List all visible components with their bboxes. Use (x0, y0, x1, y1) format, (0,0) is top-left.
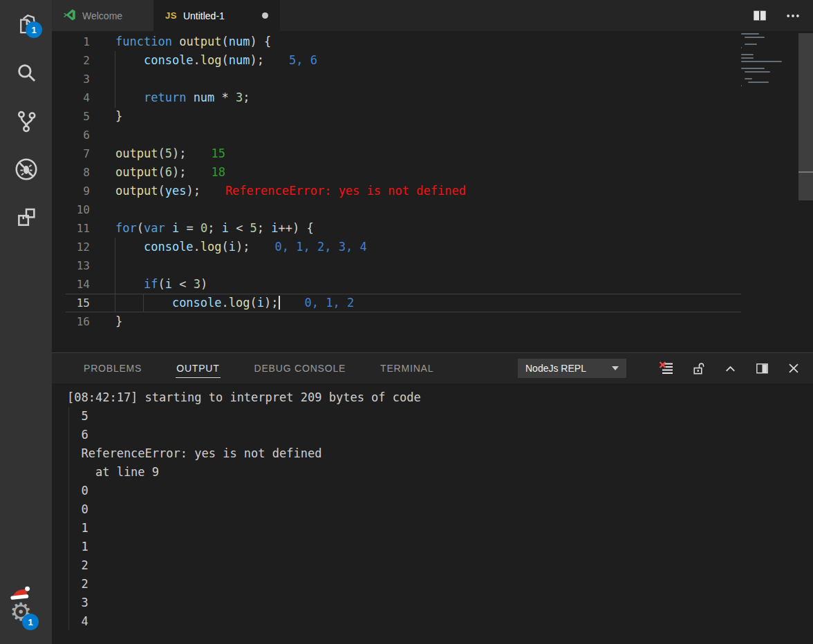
line-number: 7 (52, 144, 90, 163)
panel-tab-output[interactable]: OUTPUT (176, 359, 220, 378)
line-number: 13 (52, 256, 90, 275)
minimap-line (741, 85, 742, 86)
tab-welcome[interactable]: Welcome (52, 0, 154, 31)
code-line[interactable]: 4 return num * 3; (52, 88, 813, 107)
output-line: 5 (67, 407, 813, 426)
code-line[interactable]: 15 console.log(i);0, 1, 2 (52, 294, 813, 312)
explorer-badge: 1 (26, 21, 42, 38)
output-line: 1 (67, 538, 813, 556)
minimap-line (745, 37, 765, 38)
overview-ruler-mark (798, 171, 813, 173)
code-line[interactable]: 12 console.log(i);0, 1, 2, 3, 4 (52, 238, 813, 256)
code-text: output(yes);ReferenceError: yes is not d… (115, 184, 466, 198)
code-line[interactable]: 9output(yes);ReferenceError: yes is not … (52, 182, 813, 200)
code-line[interactable]: 5} (52, 107, 813, 126)
tab-bar: Welcome JS Untitled-1 (52, 0, 813, 31)
minimap-line (741, 57, 754, 59)
line-number: 15 (52, 294, 90, 312)
code-text: return num * 3; (115, 91, 250, 104)
settings-badge: 1 (22, 614, 39, 630)
code-line[interactable]: 7output(5);15 (52, 144, 813, 163)
indent-guide (115, 238, 115, 312)
editor-actions (752, 0, 813, 31)
search-icon (15, 61, 38, 84)
output-line: at line 9 (67, 463, 813, 482)
line-number: 16 (52, 312, 90, 331)
line-number: 10 (52, 200, 90, 219)
output-line: 4 (67, 612, 813, 631)
panel-tab-debug-console[interactable]: DEBUG CONSOLE (254, 359, 347, 378)
minimap-line (741, 61, 782, 62)
split-editor-icon[interactable] (752, 8, 767, 23)
code-line[interactable]: 10 (52, 200, 813, 219)
panel-layout-icon[interactable] (754, 360, 770, 377)
minimap[interactable] (741, 33, 798, 116)
tab-untitled-1[interactable]: JS Untitled-1 (154, 0, 280, 31)
code-text: } (115, 109, 122, 123)
indent-guide (143, 294, 144, 312)
code-line[interactable]: 14 if(i < 3) (52, 275, 813, 294)
output-line: 3 (67, 594, 813, 612)
code-line[interactable]: 6 (52, 126, 813, 144)
code-text: output(5);15 (115, 146, 225, 160)
editor-area: Welcome JS Untitled-1 (52, 0, 813, 644)
minimap-line (748, 82, 769, 83)
indent-guide (115, 51, 115, 108)
modified-dot-icon (262, 12, 268, 19)
line-number: 3 (52, 70, 90, 88)
code-line[interactable]: 11for(var i = 0; i < 5; i++) { (52, 219, 813, 238)
output-line: 2 (67, 575, 813, 594)
line-number: 11 (52, 219, 90, 238)
more-actions-icon[interactable] (785, 8, 801, 23)
output-line: 6 (67, 426, 813, 444)
tab-label: Welcome (82, 10, 122, 21)
minimap-line (741, 33, 759, 35)
code-editor[interactable]: 1function output(num) {2 console.log(num… (52, 31, 813, 352)
code-text: if(i < 3) (115, 277, 207, 291)
output-line: [08:42:17] starting to interpret 209 byt… (67, 388, 813, 407)
git-branch-icon (15, 109, 38, 133)
output-line: ReferenceError: yes is not defined (67, 444, 813, 463)
editor-scrollbar[interactable] (798, 33, 813, 200)
code-text: console.log(num);5, 6 (115, 53, 317, 67)
code-text: } (115, 314, 122, 328)
maximize-panel-icon[interactable] (722, 360, 738, 377)
sidebar-item-explorer[interactable]: 1 (0, 0, 52, 48)
panel-tab-problems[interactable]: PROBLEMS (83, 359, 142, 378)
output-line: 0 (67, 482, 813, 500)
sidebar-item-search[interactable] (0, 48, 52, 97)
close-panel-icon[interactable] (785, 360, 802, 377)
code-text: console.log(i);0, 1, 2 (115, 296, 354, 310)
editor-lines: 1function output(num) {2 console.log(num… (52, 31, 813, 331)
code-line[interactable]: 3 (52, 70, 813, 88)
sidebar-item-debug[interactable] (0, 145, 52, 193)
js-file-icon: JS (165, 10, 177, 21)
output-view[interactable]: [08:42:17] starting to interpret 209 byt… (52, 383, 813, 644)
output-indent-guide (68, 407, 69, 630)
code-line[interactable]: 16} (52, 312, 813, 331)
line-number: 1 (52, 32, 90, 51)
inline-result: 0, 1, 2 (305, 296, 355, 310)
code-line[interactable]: 2 console.log(num);5, 6 (52, 51, 813, 70)
line-number: 6 (52, 126, 90, 144)
vscode-logo-icon (63, 8, 76, 23)
code-line[interactable]: 8output(6);18 (52, 163, 813, 182)
code-text: output(6);18 (115, 165, 225, 179)
panel-tab-terminal[interactable]: TERMINAL (380, 359, 434, 378)
line-number: 8 (52, 163, 90, 182)
output-channel-select[interactable]: NodeJs REPL (518, 359, 626, 378)
clear-output-icon[interactable] (658, 360, 675, 377)
sidebar-item-settings[interactable]: ⚙ 1 (0, 589, 52, 634)
chevron-down-icon (612, 366, 619, 370)
code-line[interactable]: 13 (52, 256, 813, 275)
unlock-icon[interactable] (690, 360, 707, 377)
sidebar-item-extensions[interactable] (0, 193, 52, 242)
inline-result: ReferenceError: yes is not defined (225, 184, 466, 198)
code-text: function output(num) { (115, 35, 271, 48)
code-text: for(var i = 0; i < 5; i++) { (115, 221, 314, 235)
line-number: 9 (52, 182, 90, 200)
code-text: console.log(i);0, 1, 2, 3, 4 (115, 240, 367, 254)
code-line[interactable]: 1function output(num) { (52, 32, 813, 51)
sidebar-item-source-control[interactable] (0, 97, 52, 145)
minimap-line (745, 44, 757, 45)
